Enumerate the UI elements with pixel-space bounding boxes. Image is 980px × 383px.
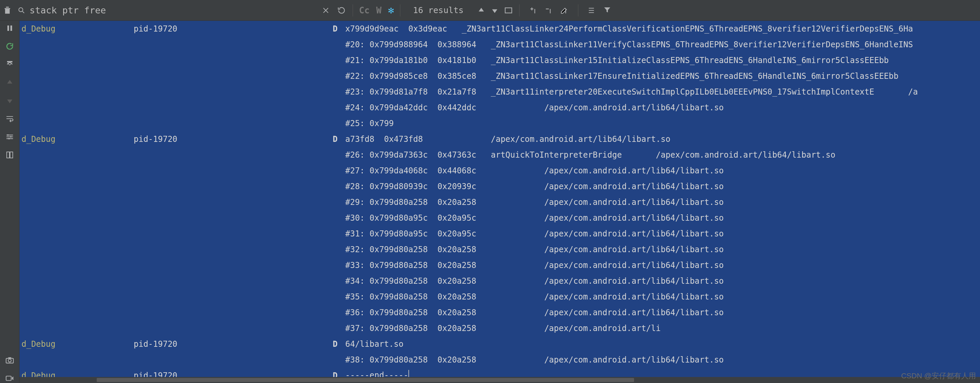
view-options-button[interactable] [588,6,597,15]
log-message: #24: 0x799da42ddc 0x442ddc /apex/com.and… [345,103,980,112]
clear-log-button[interactable] [0,0,15,21]
log-message: a73fd8 0x473fd8 /apex/com.android.art/li… [345,135,980,144]
next-match-button[interactable] [491,7,498,14]
log-message: #20: 0x799d988964 0x388964 _ZN3art11Clas… [345,40,980,49]
scrollbar-thumb[interactable] [97,378,634,382]
log-message: 64/libart.so [345,339,980,349]
svg-line-1 [22,11,24,13]
log-line[interactable]: #23: 0x799d81a7f8 0x21a7f8 _ZN3art11inte… [19,84,980,100]
log-message: #27: 0x799da4068c 0x44068c /apex/com.and… [345,166,980,176]
edit-filter-button[interactable] [560,6,569,15]
log-message: #25: 0x799 [345,119,980,128]
log-message: x799d9d9eac 0x3d9eac _ZN3art11ClassLinke… [345,24,980,33]
divider [519,4,520,16]
log-line[interactable]: #35: 0x799d80a258 0x20a258 /apex/com.and… [19,289,980,304]
log-message: #38: 0x799d80a258 0x20a258 /apex/com.and… [345,355,980,364]
down-button[interactable] [5,96,14,105]
log-message: #26: 0x799da7363c 0x47363c artQuickToInt… [345,150,980,160]
svg-rect-15 [6,376,11,381]
divider [400,4,400,16]
log-line[interactable]: d_Debugpid-19720D64/libart.so [19,336,980,352]
horizontal-scrollbar[interactable] [19,377,980,383]
log-level: D [325,339,345,349]
log-line[interactable]: #31: 0x799d80a95c 0x20a95c /apex/com.and… [19,226,980,242]
log-line[interactable]: #28: 0x799d80939c 0x20939c /apex/com.and… [19,179,980,194]
log-message: #23: 0x799d81a7f8 0x21a7f8 _ZN3art11inte… [345,87,980,97]
svg-point-0 [19,8,23,12]
log-level: D [325,24,345,33]
log-message: #21: 0x799da181b0 0x4181b0 _ZN3art11Clas… [345,56,980,65]
log-message: #32: 0x799d80a258 0x20a258 /apex/com.and… [345,245,980,254]
log-line[interactable]: #20: 0x799d988964 0x388964 _ZN3art11Clas… [19,36,980,52]
log-line[interactable]: #24: 0x799da42ddc 0x442ddc /apex/com.and… [19,100,980,116]
log-pid: pid-19720 [134,135,325,144]
log-tag: d_Debug [19,135,134,144]
search-toolbar: Cc W ✻ 16 results [0,0,980,21]
log-message: #28: 0x799d80939c 0x20939c /apex/com.and… [345,182,980,191]
log-message: #34: 0x799d80a258 0x20a258 /apex/com.and… [345,276,980,286]
search-icon [18,6,25,14]
log-line[interactable]: #25: 0x799 [19,116,980,131]
log-message: #29: 0x799d80a258 0x20a258 /apex/com.and… [345,198,980,207]
match-case-toggle[interactable]: Cc [356,5,373,16]
svg-rect-14 [8,357,11,359]
svg-rect-4 [506,8,512,13]
log-message: #33: 0x799d80a258 0x20a258 /apex/com.and… [345,261,980,270]
clear-search-button[interactable] [318,7,333,14]
soft-wrap-button[interactable] [5,114,14,123]
screen-record-button[interactable] [5,374,14,383]
scroll-to-end-button[interactable] [5,60,14,69]
log-line[interactable]: #32: 0x799d80a258 0x20a258 /apex/com.and… [19,242,980,257]
svg-rect-6 [10,25,12,31]
log-output[interactable]: d_Debugpid-19720Dx799d9d9eac 0x3d9eac _Z… [19,21,980,383]
watermark: CSDN @安仔都有人用 [901,371,976,381]
svg-rect-5 [7,25,9,31]
log-pid: pid-19720 [134,339,325,349]
divider [353,4,353,16]
log-level: D [325,135,345,144]
prev-match-button[interactable] [477,7,485,14]
svg-rect-11 [10,152,13,158]
log-tag: d_Debug [19,339,134,349]
up-button[interactable] [5,78,14,87]
svg-point-9 [8,138,10,139]
log-tag: d_Debug [19,24,134,33]
log-line[interactable]: #37: 0x799d80a258 0x20a258 /apex/com.and… [19,320,980,336]
log-line[interactable]: #33: 0x799d80a258 0x20a258 /apex/com.and… [19,257,980,273]
log-line[interactable]: #29: 0x799d80a258 0x20a258 /apex/com.and… [19,194,980,210]
search-history-button[interactable] [333,6,350,15]
results-count: 16 results [403,5,474,15]
log-message: #22: 0x799d985ce8 0x385ce8 _ZN3art11Clas… [345,71,980,81]
log-line[interactable]: #27: 0x799da4068c 0x44068c /apex/com.and… [19,163,980,179]
pause-button[interactable] [5,24,14,33]
svg-point-8 [10,136,11,138]
side-gutter [0,21,19,383]
log-line[interactable]: d_Debugpid-19720Da73fd8 0x473fd8 /apex/c… [19,131,980,147]
open-in-find-button[interactable] [504,7,512,14]
restart-button[interactable] [5,41,14,51]
settings-button[interactable] [5,132,14,141]
log-pid: pid-19720 [134,24,325,33]
screenshot-button[interactable] [5,356,14,365]
log-line[interactable]: #36: 0x799d80a258 0x20a258 /apex/com.and… [19,304,980,320]
svg-rect-10 [7,152,10,158]
log-line[interactable]: d_Debugpid-19720Dx799d9d9eac 0x3d9eac _Z… [19,21,980,36]
log-line[interactable]: #38: 0x799d80a258 0x20a258 /apex/com.and… [19,352,980,367]
log-message: #37: 0x799d80a258 0x20a258 /apex/com.and… [345,324,980,333]
log-line[interactable]: #26: 0x799da7363c 0x47363c artQuickToInt… [19,147,980,163]
filter-button[interactable] [603,6,611,15]
log-message: #36: 0x799d80a258 0x20a258 /apex/com.and… [345,308,980,317]
log-line[interactable]: #21: 0x799da181b0 0x4181b0 _ZN3art11Clas… [19,52,980,68]
log-line[interactable]: #34: 0x799d80a258 0x20a258 /apex/com.and… [19,273,980,289]
remove-filter-button[interactable] [544,6,553,15]
svg-point-13 [8,359,11,362]
log-line[interactable]: #22: 0x799d985ce8 0x385ce8 _ZN3art11Clas… [19,68,980,84]
add-filter-button[interactable] [529,6,538,15]
log-line[interactable]: #30: 0x799d80a95c 0x20a95c /apex/com.and… [19,210,980,226]
whole-word-toggle[interactable]: W [373,5,385,16]
split-button[interactable] [5,150,14,160]
svg-point-7 [7,134,8,136]
divider [578,4,578,16]
search-input[interactable] [30,5,318,16]
regex-toggle[interactable]: ✻ [385,5,397,16]
